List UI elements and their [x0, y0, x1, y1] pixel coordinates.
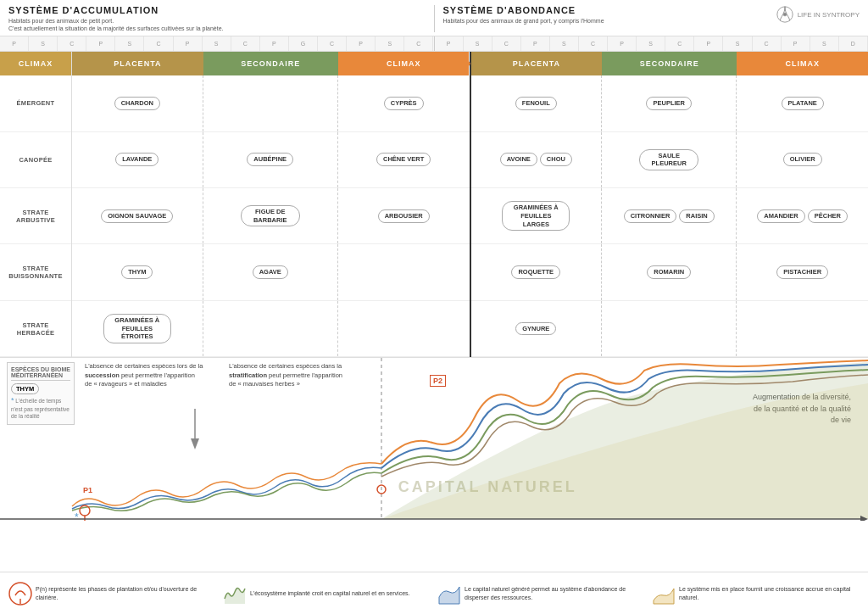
right-cell-emergent-secondaire: PEUPLIER — [602, 75, 737, 131]
plant-platane: PLATANE — [782, 97, 824, 110]
right-cell-buissonnante-climax: PISTACHIER — [737, 244, 868, 299]
phase-row-left: P S C P S C P S C P G C P S C — [0, 36, 435, 51]
legend-area: P(n) représente les phases de plantation… — [0, 572, 868, 614]
plant-thym: THYM — [121, 265, 153, 279]
phase-row: P S C P S C P S C P G C P S C P S C P S … — [0, 36, 868, 52]
right-cell-buissonnante-placenta: ROQUETTE — [471, 244, 603, 299]
strate-arbustive: STRATE ARBUSTIVE — [0, 188, 71, 244]
phase-cell: S — [376, 36, 404, 51]
right-row-arbustive: GRAMINÉES À FEUILLES LARGES CITRONNIER R… — [471, 188, 869, 244]
right-half-grid: PLACENTA SECONDAIRE CLIMAX FENOUIL — [471, 52, 869, 357]
left-cell-canopee-secondaire: AUBÉPINE — [203, 132, 338, 187]
phase-cell: C — [753, 36, 782, 51]
full-row-wrapper: CLIMAX ÉMERGENT CANOPÉE STRATE ARBUSTIVE… — [0, 52, 868, 357]
svg-marker-2 — [462, 52, 470, 75]
right-cell-arbustive-climax: AMANDIER PÊCHER — [737, 188, 868, 243]
right-system-title: SYSTÈME D'ABONDANCE — [443, 5, 604, 15]
left-row-buissonnante: THYM AGAVE — [72, 244, 470, 300]
left-header-climax: CLIMAX — [338, 52, 470, 75]
right-cell-herbacee-climax — [737, 301, 868, 356]
left-system-title: SYSTÈME D'ACCUMULATION — [8, 5, 426, 15]
plant-romarin: ROMARIN — [647, 265, 691, 279]
strate-canopee: CANOPÉE — [0, 132, 71, 188]
left-cell-herbacee-placenta: GRAMINÉES À FEUILLES ÉTROITES — [72, 301, 203, 356]
legend-item-4: Le système mis en place fournit une croi… — [652, 582, 860, 606]
plant-fenouil: FENOUIL — [515, 97, 557, 110]
right-header-climax: CLIMAX — [737, 52, 868, 75]
phase-cell: C — [231, 36, 260, 51]
phase-cell: S — [810, 36, 839, 51]
left-cell-canopee-placenta: LAVANDE — [72, 132, 203, 187]
right-climax-arrow-icon — [861, 52, 868, 75]
right-row-canopee: AVOINE CHOU SAULE PLEUREUR OLIVIER — [471, 132, 869, 188]
phase-cell: P — [521, 36, 550, 51]
left-cell-buissonnante-climax — [338, 244, 470, 299]
right-cell-herbacee-placenta: GYNURE — [471, 301, 603, 356]
phase-cell: S — [550, 36, 579, 51]
header: SYSTÈME D'ACCUMULATION Habitats pour des… — [0, 0, 868, 36]
strate-header: CLIMAX — [0, 52, 71, 75]
phase-cell: C — [579, 36, 608, 51]
left-cell-emergent-secondaire — [203, 75, 338, 131]
right-cell-canopee-climax: OLIVIER — [737, 132, 868, 187]
phase-cell: G — [289, 36, 318, 51]
left-col-headers: PLACENTA SECONDAIRE CLIMAX — [72, 52, 470, 75]
svg-point-1 — [783, 13, 787, 16]
left-half-grid: PLACENTA SECONDAIRE CLIMAX CHARDON — [72, 52, 471, 357]
right-cell-herbacee-secondaire — [602, 301, 737, 356]
phase-cell: C — [665, 36, 694, 51]
left-data: CHARDON CYPRÈS LAVANDE AUBÉPINE — [72, 75, 470, 357]
phase-cell: P — [174, 36, 203, 51]
logo-icon — [776, 5, 794, 24]
phase-cell: S — [723, 36, 752, 51]
plant-lavande: LAVANDE — [115, 153, 159, 166]
right-row-emergent: FENOUIL PEUPLIER PLATANE — [471, 75, 869, 131]
right-cell-canopee-secondaire: SAULE PLEUREUR — [602, 132, 737, 187]
legend-wave-icon — [223, 582, 247, 606]
legend-text-3: Le capital naturel généré permet au syst… — [465, 585, 645, 600]
plant-citronnier: CITRONNIER — [624, 209, 677, 223]
logo: LIFE IN SYNTROPY — [776, 5, 860, 24]
header-left: SYSTÈME D'ACCUMULATION Habitats pour des… — [8, 5, 435, 32]
phase-cell: C — [492, 36, 521, 51]
plant-chardon: CHARDON — [114, 97, 160, 110]
strate-buissonnante: STRATE BUISSONNANTE — [0, 244, 71, 300]
left-cell-arbustive-placenta: OIGNON SAUVAGE — [72, 188, 203, 243]
legend-item-1: P(n) représente les phases de plantation… — [8, 582, 216, 606]
right-cell-arbustive-placenta: GRAMINÉES À FEUILLES LARGES — [471, 188, 603, 243]
plant-agave: AGAVE — [253, 265, 288, 279]
left-cell-canopee-climax: CHÊNE VERT — [338, 132, 470, 187]
phase-cell: C — [58, 36, 86, 51]
phase-cell: P — [435, 36, 464, 51]
plant-figue-barbarie: FIGUE DE BARBARIE — [241, 205, 300, 227]
phase-cell: P — [0, 36, 29, 51]
plant-avoine: AVOINE — [500, 153, 537, 166]
legend-text-2: L'écosystème implanté croit en capital n… — [250, 589, 409, 597]
right-header-placenta: PLACENTA — [471, 52, 603, 75]
legend-item-3: Le capital naturel généré permet au syst… — [437, 582, 645, 606]
strate-emergent: ÉMERGENT — [0, 75, 71, 131]
phase-cell: D — [839, 36, 868, 51]
plant-amandier: AMANDIER — [757, 209, 804, 223]
phase-cell: S — [637, 36, 665, 51]
left-cell-buissonnante-placenta: THYM — [72, 244, 203, 299]
legend-item-2: L'écosystème implanté croit en capital n… — [223, 582, 431, 606]
plant-graminees-larges: GRAMINÉES À FEUILLES LARGES — [502, 201, 570, 231]
header-right: SYSTÈME D'ABONDANCE Habitats pour des an… — [435, 5, 860, 25]
top-section: CLIMAX ÉMERGENT CANOPÉE STRATE ARBUSTIVE… — [0, 52, 868, 357]
phase-cell: P — [347, 36, 376, 51]
plant-pecher: PÊCHER — [808, 209, 848, 223]
phase-cell: S — [464, 36, 492, 51]
plant-chene-vert: CHÊNE VERT — [376, 153, 431, 166]
plant-chou: CHOU — [540, 153, 572, 166]
strate-herbacee: STRATE HERBACÉE — [0, 301, 71, 357]
legend-area-blue-icon — [437, 582, 461, 606]
phase-cell: P — [260, 36, 289, 51]
plant-oignon-sauvage: OIGNON SAUVAGE — [101, 209, 173, 223]
phase-cell: P — [608, 36, 637, 51]
phase-cell: S — [203, 36, 231, 51]
right-data: FENOUIL PEUPLIER PLATANE AVOINE CHOU — [471, 75, 869, 357]
legend-text-4: Le système mis en place fournit une croi… — [679, 585, 860, 600]
left-row-arbustive: OIGNON SAUVAGE FIGUE DE BARBARIE ARBOUSI… — [72, 188, 470, 244]
right-row-herbacee: GYNURE — [471, 301, 869, 357]
